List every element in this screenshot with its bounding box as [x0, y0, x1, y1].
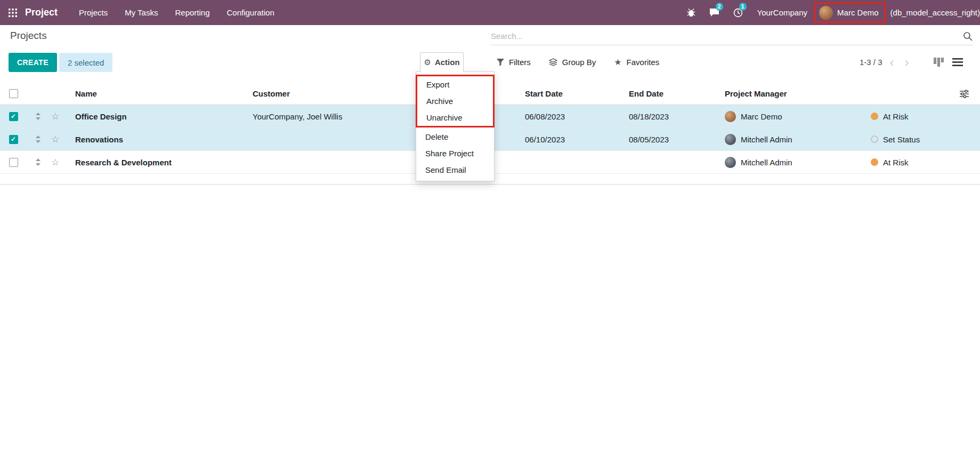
- action-dropdown-menu: Export Archive Unarchive Delete Share Pr…: [416, 71, 495, 181]
- favorite-star-icon[interactable]: ☆: [49, 157, 65, 168]
- favorite-star-icon[interactable]: ☆: [49, 111, 65, 122]
- manager-name: Mitchell Admin: [741, 158, 792, 167]
- menu-item-archive[interactable]: Archive: [417, 93, 493, 109]
- nav-item-reporting[interactable]: Reporting: [166, 0, 218, 25]
- column-header-project-manager[interactable]: Project Manager: [718, 89, 864, 98]
- row-checkbox[interactable]: ✓: [9, 112, 18, 121]
- favorite-star-icon[interactable]: ☆: [49, 134, 65, 145]
- search-bar: [491, 27, 973, 45]
- menu-item-send-email[interactable]: Send Email: [416, 162, 494, 178]
- project-status-cell[interactable]: At Risk: [864, 158, 949, 167]
- project-end-date[interactable]: 08/05/2023: [622, 135, 718, 144]
- apps-grid-icon[interactable]: [9, 8, 18, 18]
- app-title: Project: [25, 7, 58, 18]
- project-manager-cell[interactable]: Mitchell Admin: [718, 157, 864, 168]
- selected-count-chip: 2 selected: [59, 53, 112, 72]
- group-by-button[interactable]: Group By: [549, 58, 596, 67]
- column-header-start-date[interactable]: Start Date: [519, 89, 622, 98]
- search-icon[interactable]: [962, 31, 973, 42]
- manager-avatar: [725, 157, 736, 168]
- select-all-checkbox[interactable]: ✓: [9, 89, 18, 98]
- column-header-name[interactable]: Name: [65, 89, 246, 98]
- breadcrumb: Projects: [10, 30, 47, 42]
- action-button[interactable]: ⚙ Action: [420, 52, 464, 72]
- top-bar: Project Projects My Tasks Reporting Conf…: [0, 0, 980, 25]
- check-icon: ✓: [11, 113, 16, 119]
- status-label: At Risk: [883, 158, 909, 167]
- menu-item-share-project[interactable]: Share Project: [416, 145, 494, 162]
- drag-handle-icon[interactable]: [27, 113, 49, 120]
- favorites-star-icon: ★: [614, 57, 621, 67]
- top-nav: Projects My Tasks Reporting Configuratio…: [70, 0, 283, 25]
- status-label: Set Status: [883, 135, 920, 144]
- row-checkbox[interactable]: ✓: [9, 158, 18, 167]
- drag-handle-icon[interactable]: [27, 135, 49, 143]
- project-status-cell[interactable]: At Risk: [864, 112, 949, 121]
- status-label: At Risk: [883, 112, 909, 121]
- favorites-label: Favorites: [627, 58, 660, 67]
- project-name[interactable]: Renovations: [65, 135, 246, 144]
- user-name: Marc Demo: [837, 8, 879, 17]
- activities-clock-icon[interactable]: 1: [731, 6, 745, 20]
- user-menu[interactable]: Marc Demo: [814, 3, 886, 23]
- kanban-view-icon[interactable]: [934, 57, 944, 67]
- gear-icon: ⚙: [424, 58, 431, 67]
- project-manager-cell[interactable]: Mitchell Admin: [718, 134, 864, 145]
- project-end-date[interactable]: 08/18/2023: [622, 112, 718, 121]
- project-name[interactable]: Office Design: [65, 112, 246, 121]
- filter-funnel-icon: [497, 59, 504, 66]
- search-input[interactable]: [491, 31, 962, 41]
- column-header-end-date[interactable]: End Date: [622, 89, 718, 98]
- create-button[interactable]: CREATE: [9, 53, 57, 72]
- check-icon: ✓: [11, 136, 16, 142]
- menu-item-export[interactable]: Export: [417, 76, 493, 93]
- bug-icon[interactable]: [684, 6, 698, 20]
- nav-item-projects[interactable]: Projects: [70, 0, 116, 25]
- optional-columns-icon[interactable]: [949, 90, 980, 98]
- annotation-box-export-group: Export Archive Unarchive: [416, 75, 495, 127]
- search-options: Filters Group By ★ Favorites: [497, 52, 659, 72]
- group-by-label: Group By: [562, 58, 596, 67]
- topbar-right: 2 1 YourCompany Marc Demo (db_model_acce…: [679, 3, 980, 23]
- user-avatar: [819, 6, 833, 20]
- layers-icon: [549, 58, 557, 66]
- row-checkbox[interactable]: ✓: [9, 135, 18, 144]
- pager-next-icon[interactable]: ›: [902, 56, 912, 69]
- action-button-label: Action: [435, 58, 460, 67]
- database-label: (db_model_access_right): [890, 8, 980, 17]
- menu-item-delete[interactable]: Delete: [416, 129, 494, 145]
- manager-avatar: [725, 134, 736, 145]
- messages-icon[interactable]: 2: [708, 6, 722, 20]
- status-dot: [871, 158, 878, 166]
- pager: 1-3 / 3 ‹ ›: [860, 52, 912, 72]
- view-switcher: [934, 52, 963, 72]
- messages-badge: 2: [716, 3, 723, 11]
- select-all-checkbox-cell: ✓: [0, 89, 27, 98]
- project-start-date[interactable]: 06/10/2023: [519, 135, 622, 144]
- project-manager-cell[interactable]: Marc Demo: [718, 111, 864, 122]
- filters-button[interactable]: Filters: [497, 58, 531, 67]
- menu-item-unarchive[interactable]: Unarchive: [417, 109, 493, 126]
- pager-previous-icon[interactable]: ‹: [887, 56, 897, 69]
- favorites-button[interactable]: ★ Favorites: [614, 57, 659, 67]
- status-dot: [871, 135, 878, 143]
- list-view-icon[interactable]: [952, 58, 963, 67]
- manager-avatar: [725, 111, 736, 122]
- pager-range: 1-3 / 3: [860, 58, 882, 67]
- drag-handle-icon[interactable]: [27, 158, 49, 166]
- manager-name: Mitchell Admin: [741, 135, 792, 144]
- company-menu[interactable]: YourCompany: [757, 8, 808, 17]
- project-status-cell[interactable]: Set Status: [864, 135, 949, 144]
- manager-name: Marc Demo: [741, 112, 782, 121]
- status-dot: [871, 113, 878, 120]
- filters-label: Filters: [509, 58, 531, 67]
- nav-item-my-tasks[interactable]: My Tasks: [116, 0, 166, 25]
- project-start-date[interactable]: 06/08/2023: [519, 112, 622, 121]
- project-name[interactable]: Research & Development: [65, 158, 246, 167]
- activities-badge: 1: [739, 3, 747, 11]
- nav-item-configuration[interactable]: Configuration: [218, 0, 283, 25]
- app: Project Projects My Tasks Reporting Conf…: [0, 0, 980, 471]
